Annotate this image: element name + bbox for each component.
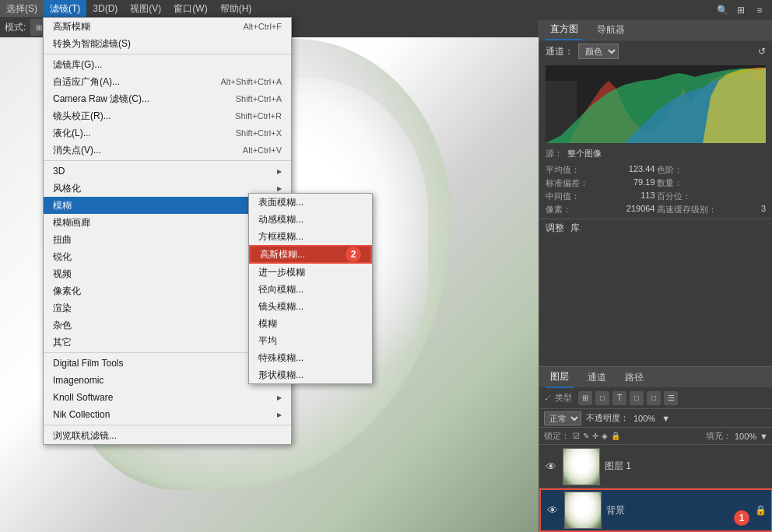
blur-sub-smart[interactable]: 特殊模糊... [249,349,372,366]
lock-brush-icon[interactable]: ✎ [583,432,589,440]
layer-filter-smart[interactable]: □ [647,391,661,405]
layer-thumb-1 [563,448,600,485]
sep-4 [44,425,291,425]
blur-badge: 2 [346,247,361,262]
blur-sub-gaussian[interactable]: 高斯模糊... 2 [249,245,372,264]
adjust-label: 调整 [546,222,564,235]
lock-label: 锁定： [544,430,570,442]
sep-2 [44,160,291,161]
blend-mode-select[interactable]: 正常 [544,411,581,425]
menu-view[interactable]: 视图(V) [124,0,167,17]
opacity-value: 100% [633,414,655,423]
histogram-svg [546,65,766,143]
source-label: 源： [546,148,563,159]
layer-eye-1[interactable]: 👁 [544,460,558,474]
layer-eye-bg[interactable]: 👁 [546,503,560,517]
layer-filter-pixel[interactable]: □ [595,391,609,405]
blur-sub-average[interactable]: 平均 [249,332,372,349]
adjust-section-header: 调整 库 [539,219,772,237]
lock-check-icon[interactable]: ☑ [573,432,580,440]
panel-menu-icon[interactable]: ≡ [752,2,767,18]
menu-gaussian-blur-quick[interactable]: 高斯模糊 Alt+Ctrl+F [44,18,291,35]
fill-label: 填充： [706,430,732,442]
stat-stddev: 标准偏差： 79.19 [546,177,655,189]
lock-art-icon[interactable]: ◈ [602,432,608,440]
menu-convert-smart[interactable]: 转换为智能滤镜(S) [44,35,291,52]
channel-select[interactable]: 颜色 [578,44,619,59]
warning-icon: ⚠ [753,68,763,81]
layer-name-bg: 背景 [606,504,750,517]
mode-label: 模式: [5,21,26,34]
tab-channels[interactable]: 通道 [583,368,611,387]
stat-pixels: 像素： 219064 [546,204,655,215]
tab-navigator[interactable]: 导航器 [592,20,630,40]
histogram-panel-header: 直方图 导航器 [539,20,772,40]
refresh-icon[interactable]: ↺ [758,46,766,57]
histogram-canvas: ⚠ [546,65,766,143]
layer-lock-row: 锁定： ☑ ✎ ✛ ◈ 🔒 填充： 100% ▼ [539,428,772,445]
menu-camera-raw[interactable]: Camera Raw 滤镜(C)... Shift+Ctrl+A [44,90,291,107]
search-icon[interactable]: 🔍 [714,2,730,18]
stat-mean: 平均值： 123.44 [546,164,655,176]
histogram-controls: 通道： 颜色 ↺ [539,40,772,62]
stat-level: 色阶： [657,164,767,176]
layer-filter-more[interactable]: ☰ [664,391,678,405]
layer-item-bg[interactable]: 👁 背景 🔒 1 [539,488,772,532]
source-value: 整个图像 [567,148,602,159]
kind-label: ↙ 类型 [544,392,572,404]
menu-lens-correction[interactable]: 镜头校正(R)... Shift+Ctrl+R [44,107,291,124]
tab-paths[interactable]: 路径 [620,368,648,387]
layer-filter-type[interactable]: □ [630,391,644,405]
hist-source-row: 源： 整个图像 [539,146,772,161]
layers-toolbar: ↙ 类型 ⊞ □ T □ □ ☰ [539,387,772,409]
lock-all-icon[interactable]: 🔒 [611,432,620,440]
layers-panel-header: 图层 通道 路径 [539,367,772,387]
hist-stats: 平均值： 123.44 色阶： 标准偏差： 79.19 数量： 中间值： 113… [539,161,772,219]
stat-median: 中间值： 113 [546,191,655,202]
blur-sub-blur[interactable]: 模糊 [249,315,372,332]
blur-sub-radial[interactable]: 径向模糊... [249,281,372,298]
menu-3d-sub[interactable]: 3D [44,163,291,180]
menu-adaptive-wide[interactable]: 自适应广角(A)... Alt+Shift+Ctrl+A [44,73,291,90]
right-panel: 🔍 ⊞ ≡ 直方图 导航器 通道： 颜色 ↺ ⚠ [539,0,772,532]
lock-move-icon[interactable]: ✛ [592,432,598,440]
layer-item-1[interactable]: 👁 图层 1 [539,445,772,488]
channel-label: 通道： [546,45,574,58]
panel-arrange-icon[interactable]: ⊞ [733,2,749,18]
layer-thumb-bg [564,492,602,529]
menu-window[interactable]: 窗口(W) [167,0,213,17]
menu-browse-online[interactable]: 浏览联机滤镜... [44,427,291,444]
opacity-dropdown[interactable]: ▼ [661,414,670,423]
layer-thumb-flower-1 [563,449,599,485]
menu-vanishing-point[interactable]: 消失点(V)... Alt+Ctrl+V [44,142,291,159]
layer-filter-adjust[interactable]: T [612,391,626,405]
sep-1 [44,54,291,54]
blur-sub-lens[interactable]: 镜头模糊... [249,298,372,315]
layers-panel: 图层 通道 路径 ↙ 类型 ⊞ □ T □ □ ☰ 正常 不透明度： 100% … [539,366,772,532]
menu-filter-gallery[interactable]: 滤镜库(G)... [44,56,291,73]
menu-liquify[interactable]: 液化(L)... Shift+Ctrl+X [44,124,291,142]
tab-layers[interactable]: 图层 [546,367,574,388]
menu-nik-collection[interactable]: Nik Collection [44,406,291,423]
fill-dropdown[interactable]: ▼ [760,432,768,441]
menu-help[interactable]: 帮助(H) [214,0,258,17]
menu-select[interactable]: 选择(S) [0,0,44,17]
blur-submenu: 表面模糊... 动感模糊... 方框模糊... 高斯模糊... 2 进一步模糊 … [248,193,373,384]
menubar: 选择(S) 滤镜(T) 3D(D) 视图(V) 窗口(W) 帮助(H) [0,0,539,17]
menu-filter[interactable]: 滤镜(T) [44,0,86,17]
layer-filter-kind[interactable]: ⊞ [578,391,592,405]
layer-thumb-flower-bg [565,492,601,528]
blur-sub-motion[interactable]: 动感模糊... [249,211,372,228]
layer-lock-bg: 🔒 [755,505,767,516]
menu-3d[interactable]: 3D(D) [86,0,124,17]
menu-knoll-software[interactable]: Knoll Software [44,389,291,406]
blur-sub-surface[interactable]: 表面模糊... [249,194,372,211]
layer-name-1: 图层 1 [605,460,768,473]
fill-value: 100% [735,432,756,441]
blur-sub-shape[interactable]: 形状模糊... [249,366,372,383]
blur-sub-box[interactable]: 方框模糊... [249,228,372,245]
blur-sub-further[interactable]: 进一步模糊 [249,264,372,281]
opacity-label: 不透明度： [586,412,629,424]
tab-histogram[interactable]: 直方图 [546,19,583,40]
layer-blend-row: 正常 不透明度： 100% ▼ [539,409,772,428]
